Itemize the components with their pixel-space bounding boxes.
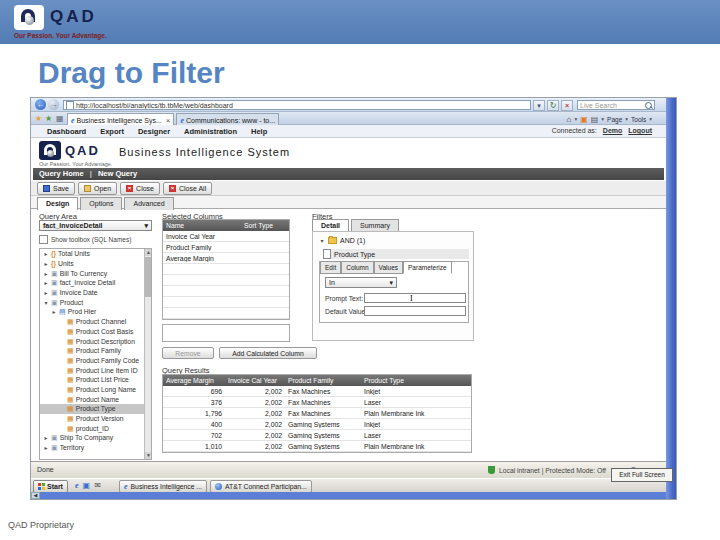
menu-designer[interactable]: Designer <box>138 127 170 136</box>
sql-names-checkbox[interactable]: Show toolbox (SQL Names) <box>39 235 131 244</box>
scroll-down-icon[interactable]: ▼ <box>145 452 152 459</box>
tree-item-bill-to-currency[interactable]: ▸▣Bill To Currency <box>40 268 151 278</box>
expander-icon[interactable]: ▾ <box>43 299 49 306</box>
back-button[interactable]: ← <box>35 99 46 110</box>
tree-item-product-line-item-id[interactable]: ▦Product Line Item ID <box>40 365 151 375</box>
expander-open-icon[interactable]: ▾ <box>319 237 325 244</box>
tree-item-label: Product Channel <box>76 318 127 325</box>
menu-administration[interactable]: Administration <box>184 127 237 136</box>
search-input[interactable]: Live Search <box>577 100 655 110</box>
add-calculated-column-button[interactable]: Add Calculated Column <box>219 347 317 359</box>
tab-design[interactable]: Design <box>37 197 78 210</box>
tree-item-invoice-date[interactable]: ▸▣Invoice Date <box>40 288 151 298</box>
breadcrumb-home-link[interactable]: Query Home <box>39 169 84 178</box>
button-label: Open <box>94 185 111 192</box>
tab-advanced[interactable]: Advanced <box>124 197 173 210</box>
address-dropdown-icon[interactable]: ▾ <box>533 100 545 111</box>
cell: 400 <box>163 421 225 428</box>
close-tab-icon[interactable]: × <box>166 116 171 125</box>
favorites-star-icon[interactable]: ★ <box>35 114 42 123</box>
dimension-icon: ▣ <box>51 270 58 277</box>
address-bar: ← → http://localhost/bi/analytics/tb.tbM… <box>31 98 666 112</box>
tree-item-product-list-price[interactable]: ▦Product List Price <box>40 375 151 385</box>
expander-icon[interactable]: ▸ <box>43 270 49 277</box>
table-row[interactable]: Product Family <box>163 242 289 253</box>
tree-item-fact-invoice-detail[interactable]: ▸▣fact_Invoice Detail <box>40 278 151 288</box>
filter-group[interactable]: ▾ AND (1) <box>319 237 365 244</box>
tree-item-product-id[interactable]: ▦product_ID <box>40 423 151 433</box>
horizontal-scrollbar[interactable]: ◀ <box>31 492 666 499</box>
tree-item-product[interactable]: ▾▣Product <box>40 297 151 307</box>
tree-item-product-name[interactable]: ▦Product Name <box>40 394 151 404</box>
print-icon[interactable]: ▤ <box>591 115 599 124</box>
filter-subtab-parameterize[interactable]: Parameterize <box>403 261 452 274</box>
mail-icon[interactable]: ✉ <box>94 481 101 490</box>
menu-export[interactable]: Export <box>100 127 124 136</box>
expander-icon[interactable]: ▸ <box>43 434 49 441</box>
checkbox-icon[interactable] <box>39 235 48 244</box>
tree-item-total-units[interactable]: ▸{}Total Units <box>40 249 151 259</box>
tree-item-units[interactable]: ▸{}Units <box>40 259 151 269</box>
default-value-input[interactable] <box>364 306 466 316</box>
expander-icon[interactable]: ▸ <box>43 279 49 286</box>
table-dropdown[interactable]: fact_InvoiceDetail ▾ <box>39 220 152 231</box>
save-button[interactable]: Save <box>37 182 75 195</box>
tree-scrollbar[interactable]: ▲ ▼ <box>144 249 151 459</box>
expander-icon[interactable]: ▸ <box>43 444 49 451</box>
table-row[interactable]: Average Margin <box>163 253 289 264</box>
column-header-sort-type: Sort Type <box>241 220 289 231</box>
tools-menu[interactable]: Tools <box>631 116 646 123</box>
filter-subtab-column[interactable]: Column <box>341 261 373 274</box>
tree-item-product-type[interactable]: ▦Product Type <box>40 404 151 414</box>
tab-options[interactable]: Options <box>80 197 122 210</box>
tree-item-product-channel[interactable]: ▦Product Channel <box>40 317 151 327</box>
scroll-up-icon[interactable]: ▲ <box>145 249 152 256</box>
filter-subtab-edit[interactable]: Edit <box>320 261 341 274</box>
add-favorite-icon[interactable]: ★ <box>45 114 52 123</box>
home-icon[interactable]: ⌂ <box>567 115 572 124</box>
tree-item-product-long-name[interactable]: ▦Product Long Name <box>40 385 151 395</box>
expander-icon[interactable]: ▸ <box>43 289 49 296</box>
prompt-text-input[interactable]: I <box>364 293 466 303</box>
menu-help[interactable]: Help <box>251 127 267 136</box>
user-link[interactable]: Demo <box>603 127 622 134</box>
app-toolbar-row: SaveOpen×Close×Close All <box>31 181 666 196</box>
close-button[interactable]: ×Close <box>120 182 160 195</box>
stop-icon[interactable]: × <box>561 100 573 111</box>
table-row[interactable]: Invoice Cal Year <box>163 231 289 242</box>
forward-button[interactable]: → <box>48 99 59 110</box>
search-icon[interactable] <box>645 102 652 109</box>
refresh-icon[interactable]: ↻ <box>547 100 559 111</box>
tree-item-product-family[interactable]: ▦Product Family <box>40 346 151 356</box>
expander-icon[interactable]: ▸ <box>43 250 49 257</box>
scrollbar-thumb[interactable] <box>145 257 152 297</box>
close-all-button[interactable]: ×Close All <box>163 182 212 195</box>
open-button[interactable]: Open <box>78 182 117 195</box>
expander-icon[interactable]: ▸ <box>43 260 49 267</box>
tree-item-product-family-code[interactable]: ▦Product Family Code <box>40 356 151 366</box>
expander-icon[interactable]: ▸ <box>51 308 57 315</box>
tree-item-product-cost-basis[interactable]: ▦Product Cost Basis <box>40 327 151 337</box>
ie-quicklaunch-icon[interactable]: e <box>75 481 79 490</box>
remove-button[interactable]: Remove <box>162 347 214 359</box>
tree-item-product-description[interactable]: ▦Product Description <box>40 336 151 346</box>
page-menu[interactable]: Page <box>607 116 622 123</box>
tree-item-product-version[interactable]: ▦Product Version <box>40 414 151 424</box>
tree-item-territory[interactable]: ▸▣Territory <box>40 443 151 453</box>
desktop-icon[interactable]: ▣ <box>83 481 91 490</box>
operator-select[interactable]: In ▾ <box>325 277 397 288</box>
empty-row <box>163 308 289 319</box>
logout-link[interactable]: Logout <box>628 127 652 134</box>
task-label: AT&T Connect Participan... <box>225 483 307 490</box>
button-label: Close <box>136 185 154 192</box>
scroll-left-icon[interactable]: ◀ <box>31 492 40 499</box>
filter-subtab-values[interactable]: Values <box>374 261 403 274</box>
menu-dashboard[interactable]: Dashboard <box>47 127 86 136</box>
address-input[interactable]: http://localhost/bi/analytics/tb.tbMe/we… <box>63 100 531 110</box>
quick-tabs-icon[interactable]: ▦ <box>56 114 64 123</box>
tree-item-ship-to-company[interactable]: ▸▣Ship To Company <box>40 433 151 443</box>
feeds-icon[interactable]: ▣ <box>580 115 588 124</box>
filter-item-product-type[interactable]: Product Type <box>323 249 469 259</box>
cell: Inkjet <box>361 388 471 395</box>
tree-item-prod-hier[interactable]: ▸▤Prod Hier <box>40 307 151 317</box>
